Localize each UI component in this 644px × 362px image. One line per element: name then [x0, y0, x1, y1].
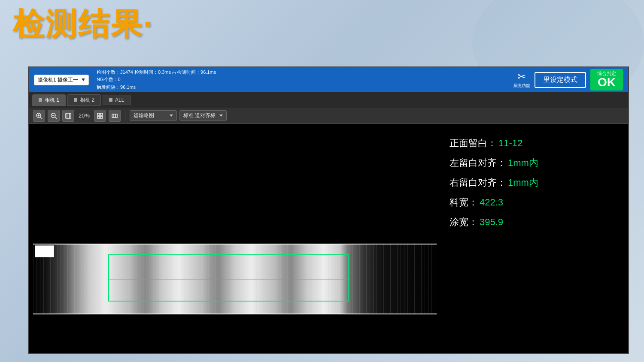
front-margin-row: 正面留白： 11-12	[450, 137, 620, 150]
svg-rect-13	[100, 116, 103, 118]
svg-rect-11	[100, 113, 103, 115]
data-panel: 正面留白： 11-12 左留白对齐： 1mm内 右留白对齐： 1mm内 料宽： …	[441, 124, 628, 353]
svg-rect-12	[97, 116, 100, 118]
right-align-value: 1mm内	[508, 176, 538, 189]
toolbar-separator	[125, 111, 125, 121]
image-strip	[33, 244, 437, 314]
front-margin-label: 正面留白：	[450, 137, 497, 150]
zoom-in-button[interactable]	[33, 110, 45, 122]
header-right: ✂ 系统功能 里设定模式 综合判定 OK	[513, 67, 623, 92]
svg-rect-7	[66, 113, 71, 118]
coating-width-value: 395.9	[480, 217, 503, 228]
left-align-label: 左留白对齐：	[450, 157, 506, 169]
coating-width-label: 涂宽：	[450, 216, 478, 229]
canvas-area: 正面留白： 11-12 左留白对齐： 1mm内 右留白对齐： 1mm内 料宽： …	[29, 124, 628, 353]
front-margin-value: 11-12	[498, 138, 522, 149]
left-align-row: 左留白对齐： 1mm内	[450, 157, 620, 169]
dropdown-align-mode[interactable]: 标准 道对齐标	[179, 110, 227, 121]
dropdown2-arrow-icon	[219, 115, 223, 117]
tab-dot-icon	[39, 98, 42, 102]
app-window: 摄像机1 摄像工一 检图个数：J1474 检测时间：0.3ms 占检测时间：96…	[28, 66, 629, 354]
tab-dot3-icon	[109, 98, 112, 102]
detection-rectangle	[108, 254, 349, 302]
svg-line-1	[40, 117, 42, 119]
scissors-icon: ✂	[517, 71, 526, 83]
zoom-level: 20%	[79, 112, 90, 119]
info-line1: 检图个数：J1474 检测时间：0.3ms 占检测时间：96.1ms	[97, 69, 216, 76]
grid-button[interactable]	[94, 110, 106, 122]
image-strip-container	[33, 244, 437, 314]
main-title: 检测结果·	[13, 9, 154, 39]
info-line2: NG个数：0	[97, 76, 216, 84]
detection-center-line	[108, 279, 349, 279]
frame-button[interactable]	[109, 110, 121, 122]
scissors-label: 系统功能	[513, 83, 530, 89]
strip-corner-box	[35, 245, 54, 257]
title-area: 检测结果·	[13, 9, 154, 39]
svg-line-5	[55, 117, 57, 119]
setup-mode-button[interactable]: 里设定模式	[535, 72, 586, 88]
material-width-value: 422.3	[480, 197, 503, 208]
station-label: 摄像机1 摄像工一	[38, 76, 78, 84]
header-bar: 摄像机1 摄像工一 检图个数：J1474 检测时间：0.3ms 占检测时间：96…	[29, 67, 628, 92]
image-panel	[29, 124, 441, 353]
right-align-row: 右留白对齐： 1mm内	[450, 176, 620, 189]
right-align-label: 右留白对齐：	[450, 176, 506, 189]
dropdown-view-mode[interactable]: 运输略图	[130, 110, 177, 121]
tab-camera1[interactable]: 相机 1	[32, 94, 66, 106]
tabs-bar: 相机 1 相机 2 ALL	[29, 92, 628, 108]
tab-camera1-label: 相机 1	[45, 97, 59, 104]
strip-border-bottom	[33, 314, 437, 314]
tab-camera2-label: 相机 2	[80, 97, 94, 104]
svg-rect-10	[97, 113, 100, 115]
toolbar: 20% 运输略图 标准 道对齐标	[29, 108, 628, 124]
material-width-label: 料宽：	[450, 196, 478, 209]
coating-width-row: 涂宽： 395.9	[450, 216, 620, 229]
station-selector[interactable]: 摄像机1 摄像工一	[34, 75, 89, 85]
header-info: 检图个数：J1474 检测时间：0.3ms 占检测时间：96.1ms NG个数：…	[97, 69, 216, 91]
ok-badge: 综合判定 OK	[590, 69, 623, 91]
svg-rect-14	[112, 114, 117, 118]
material-width-row: 料宽： 422.3	[450, 196, 620, 209]
tab-camera2[interactable]: 相机 2	[67, 94, 101, 106]
dropdown2-label: 标准 道对齐标	[183, 112, 216, 119]
info-line3: 触发间隔：96.1ms	[97, 84, 216, 91]
ok-top-label: 综合判定	[597, 71, 616, 76]
tab-dot2-icon	[74, 98, 77, 102]
zoom-out-button[interactable]	[48, 110, 60, 122]
tab-all[interactable]: ALL	[103, 95, 131, 105]
left-align-value: 1mm内	[508, 157, 538, 169]
fit-button[interactable]	[62, 110, 74, 122]
dropdown-arrow-icon	[82, 78, 85, 81]
strip-border-top	[33, 244, 437, 244]
dropdown1-label: 运输略图	[134, 112, 154, 119]
dropdown1-arrow-icon	[170, 115, 173, 117]
scissors-button[interactable]: ✂ 系统功能	[513, 71, 530, 89]
ok-label: OK	[598, 76, 616, 89]
tab-all-label: ALL	[115, 97, 124, 103]
